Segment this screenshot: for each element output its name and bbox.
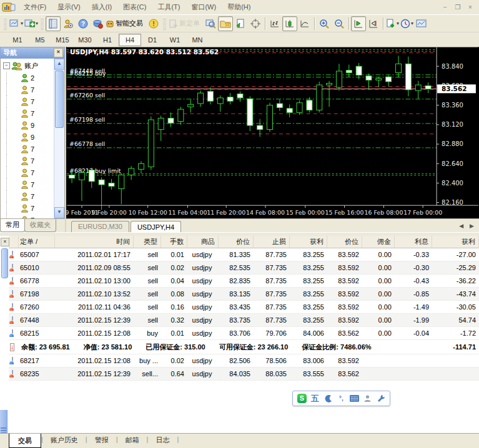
menu-c[interactable]: 图表(C) <box>117 1 152 14</box>
auto-scroll-button[interactable] <box>351 16 366 31</box>
timeframe-m30[interactable]: M30 <box>74 34 96 46</box>
data-window-button[interactable]: ? <box>76 16 91 31</box>
periods-button[interactable]: ▾ <box>400 16 414 31</box>
moon-mode-icon[interactable] <box>323 394 333 403</box>
navigator-account-item[interactable]: 9 <box>3 119 54 131</box>
navigator-tab-favorites[interactable]: 收藏夹 <box>24 219 56 232</box>
menu-w[interactable]: 窗口(W) <box>185 1 222 14</box>
menu-h[interactable]: 帮助(H) <box>222 1 256 14</box>
chart-tab-usdjpy[interactable]: USDJPY,H4 <box>131 221 181 233</box>
navigator-account-item[interactable]: 7 <box>3 95 54 107</box>
navigator-account-item[interactable]: 7 <box>3 190 54 202</box>
timeframe-w1[interactable]: W1 <box>164 34 186 46</box>
scroll-down-icon[interactable]: ▼ <box>54 207 64 218</box>
menu-t[interactable]: 工具(T) <box>152 1 185 14</box>
profiles-button[interactable]: ▾ <box>24 16 39 31</box>
terminal-drag-handle[interactable] <box>1 248 8 278</box>
navigator-account-item[interactable]: 7 <box>3 107 54 119</box>
menu-v[interactable]: 显示(V) <box>52 1 86 14</box>
navigator-scrollbar[interactable]: ▲ ▼ <box>54 59 64 218</box>
order-row[interactable]: 674482011.02.15 12:39sell0.32usdjpy83.73… <box>9 314 479 327</box>
bar-chart-button[interactable] <box>267 16 282 31</box>
timeframe-h4[interactable]: H4 <box>119 34 141 46</box>
column-header[interactable]: 止损 <box>254 236 290 248</box>
candlestick-button[interactable] <box>282 16 297 31</box>
minimize-button[interactable]: − <box>440 3 450 12</box>
terminal-tab-0[interactable]: 交易 <box>9 434 41 448</box>
terminal-tab-1[interactable]: 账户历史 <box>43 434 86 447</box>
zoom-in-button[interactable] <box>317 16 332 31</box>
navigator-close-icon[interactable]: × <box>54 48 63 57</box>
user-icon[interactable] <box>363 394 372 403</box>
terminal-button[interactable] <box>91 16 106 31</box>
chart-shift-button[interactable] <box>366 16 381 31</box>
scrollbar-thumb[interactable] <box>55 71 64 128</box>
navigator-account-item[interactable]: 7 <box>3 202 54 214</box>
timeframe-m15[interactable]: M15 <box>51 34 74 46</box>
navigator-account-item[interactable]: 7 <box>3 155 54 167</box>
column-header[interactable]: 手数 <box>161 236 187 248</box>
collapse-icon[interactable]: − <box>3 62 10 69</box>
soft-keyboard-icon[interactable] <box>350 394 359 403</box>
order-row[interactable]: 650102011.02.09 08:55sell0.02usdjpy82.53… <box>9 261 479 275</box>
order-row[interactable]: 682172011.02.15 12:08buy ...0.02usdjpy82… <box>9 354 479 368</box>
indicators-button[interactable]: ▾ <box>385 16 400 31</box>
tab-scroll-left-icon[interactable]: ◀ <box>459 223 463 229</box>
tab-scroll-right-icon[interactable]: ▶ <box>470 223 474 229</box>
timeframe-m1[interactable]: M1 <box>6 34 29 46</box>
column-header[interactable]: 利息 <box>395 236 432 248</box>
navigator-account-item[interactable]: 2 <box>3 72 54 84</box>
navigator-root-accounts[interactable]: −账户 <box>3 60 54 72</box>
timeframe-m5[interactable]: M5 <box>29 34 51 46</box>
order-row[interactable]: 682152011.02.15 12:08buy0.01usdjpy83.706… <box>9 327 479 340</box>
ea-status-icon[interactable]: ! <box>146 16 161 31</box>
navigator-account-item[interactable]: 7 <box>3 84 54 95</box>
sogou-logo-icon[interactable]: S <box>297 394 307 403</box>
order-row[interactable]: 650072011.02.01 17:17sell0.01usdjpy81.33… <box>9 248 479 261</box>
market-watch-button[interactable] <box>46 16 61 31</box>
restore-button[interactable]: ❐ <box>453 3 463 12</box>
punctuation-icon[interactable]: °, <box>337 394 346 403</box>
scroll-up-icon[interactable]: ▲ <box>54 59 64 70</box>
expert-advisors-button[interactable]: 智能交易 <box>106 16 146 31</box>
line-chart-button[interactable] <box>297 16 312 31</box>
column-header[interactable]: 定单 / <box>19 236 55 248</box>
navigator-account-item[interactable]: 7 <box>3 167 54 178</box>
order-row[interactable]: 672602011.02.11 04:36sell0.16usdjpy83.43… <box>9 301 479 314</box>
templates-button[interactable] <box>414 16 429 31</box>
strategy-tester-button[interactable] <box>203 16 218 31</box>
column-header[interactable]: 佣金 <box>362 236 395 248</box>
column-header[interactable]: 类型 <box>134 236 161 248</box>
new-chart-button[interactable]: ▾ <box>9 16 24 31</box>
timeframe-mn[interactable]: MN <box>186 34 209 46</box>
navigator-account-item[interactable]: 7 <box>3 178 54 190</box>
price-chart[interactable]: #67448 sell#68215 buy#67260 sell#67198 s… <box>66 47 479 218</box>
terminal-tab-2[interactable]: 警报 <box>87 434 116 447</box>
navigator-account-item[interactable]: 7 <box>3 143 54 155</box>
toolbar-grip[interactable] <box>4 17 7 30</box>
menu-i[interactable]: 插入(I) <box>86 1 117 14</box>
navigator-button[interactable] <box>61 16 76 31</box>
new-order-button[interactable]: 新定单 <box>168 16 203 31</box>
column-header[interactable]: 获利 <box>432 236 479 248</box>
column-header[interactable]: 商品 <box>187 236 219 248</box>
terminal-tab-3[interactable]: 邮箱 <box>118 434 147 447</box>
navigator-tab-common[interactable]: 常用 <box>0 219 25 232</box>
terminal-close-icon[interactable]: × <box>1 238 9 246</box>
order-row[interactable]: 667782011.02.10 13:00sell0.04usdjpy82.83… <box>9 275 479 288</box>
column-header[interactable]: 时间 <box>55 236 134 248</box>
navigator-account-item[interactable]: 7 <box>3 214 54 218</box>
chart-tab-eurusd[interactable]: EURUSD,M30 <box>71 221 129 232</box>
column-header[interactable]: 获利 <box>290 236 327 248</box>
timeframe-d1[interactable]: D1 <box>141 34 164 46</box>
navigator-header[interactable]: 导航 × <box>0 47 65 59</box>
settings-wrench-icon[interactable] <box>376 394 385 403</box>
timeframe-h1[interactable]: H1 <box>96 34 119 46</box>
menu-f[interactable]: 文件(F) <box>18 1 52 14</box>
wubi-mode-icon[interactable]: 五 <box>310 394 320 403</box>
crosshair-button[interactable] <box>248 16 263 31</box>
order-row[interactable]: 682352011.02.15 12:39sell...0.64usdjpy84… <box>9 368 479 381</box>
toolbar-grip[interactable] <box>41 17 44 30</box>
column-header[interactable]: 价位 <box>327 236 362 248</box>
order-row[interactable]: 671982011.02.10 13:52sell0.08usdjpy83.13… <box>9 288 479 301</box>
